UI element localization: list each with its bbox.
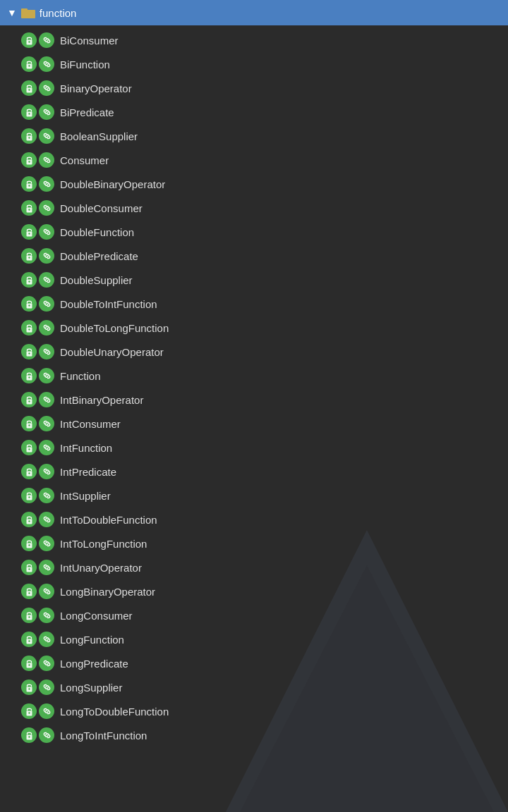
lock-icon: [21, 104, 37, 120]
lock-icon: [21, 512, 37, 527]
lock-icon: [21, 248, 37, 264]
link-icon: [39, 584, 54, 599]
svg-point-15: [28, 185, 30, 186]
lock-icon: [21, 200, 37, 216]
lock-icon: [21, 392, 37, 407]
list-item[interactable]: LongToDoubleFunction: [0, 699, 508, 723]
icon-group: [21, 344, 54, 359]
icon-group: [21, 679, 54, 695]
link-icon: [39, 560, 54, 575]
item-label: IntFunction: [60, 442, 112, 454]
icon-group: [21, 152, 54, 168]
list-item[interactable]: DoubleToLongFunction: [0, 316, 508, 340]
link-icon: [39, 488, 54, 503]
svg-point-61: [28, 736, 30, 737]
link-icon: [39, 440, 54, 455]
item-label: LongToIntFunction: [60, 730, 147, 742]
icon-group: [21, 632, 54, 647]
icon-group: [21, 296, 54, 312]
lock-icon: [21, 368, 37, 383]
expand-arrow[interactable]: ▼: [7, 7, 17, 18]
list-item[interactable]: IntToDoubleFunction: [0, 508, 508, 531]
svg-point-49: [28, 592, 30, 593]
link-icon: [39, 152, 54, 168]
list-item[interactable]: DoubleUnaryOperator: [0, 340, 508, 364]
lock-icon: [21, 703, 37, 719]
list-item[interactable]: LongConsumer: [0, 603, 508, 627]
icon-group: [21, 392, 54, 407]
icon-group: [21, 488, 54, 503]
list-item[interactable]: DoubleFunction: [0, 220, 508, 244]
icon-group: [21, 200, 54, 216]
list-item[interactable]: BiPredicate: [0, 100, 508, 124]
item-label: IntSupplier: [60, 490, 111, 502]
lock-icon: [21, 679, 37, 695]
svg-point-35: [28, 424, 30, 426]
list-item[interactable]: LongToIntFunction: [0, 723, 508, 747]
item-label: DoubleSupplier: [60, 274, 133, 286]
icon-group: [21, 584, 54, 599]
list-item[interactable]: IntSupplier: [0, 484, 508, 508]
icon-group: [21, 656, 54, 671]
svg-point-5: [28, 65, 30, 66]
list-item[interactable]: BiFunction: [0, 52, 508, 76]
lock-icon: [21, 32, 37, 48]
folder-icon: [21, 7, 35, 18]
list-item[interactable]: BooleanSupplier: [0, 124, 508, 148]
list-item[interactable]: DoubleBinaryOperator: [0, 172, 508, 196]
list-item[interactable]: DoubleConsumer: [0, 196, 508, 220]
list-item[interactable]: LongFunction: [0, 627, 508, 651]
item-label: IntToDoubleFunction: [60, 514, 157, 526]
item-label: DoubleConsumer: [60, 202, 143, 214]
lock-icon: [21, 632, 37, 647]
lock-icon: [21, 152, 37, 168]
link-icon: [39, 272, 54, 288]
link-icon: [39, 392, 54, 407]
link-icon: [39, 536, 54, 551]
lock-icon: [21, 56, 37, 72]
list-item[interactable]: Function: [0, 364, 508, 388]
list-item[interactable]: BiConsumer: [0, 28, 508, 52]
svg-point-53: [28, 640, 30, 641]
icon-group: [21, 536, 54, 551]
svg-point-47: [28, 568, 30, 570]
list-item[interactable]: IntBinaryOperator: [0, 388, 508, 412]
link-icon: [39, 679, 54, 695]
item-label: IntToLongFunction: [60, 538, 147, 550]
icon-group: [21, 248, 54, 264]
svg-point-19: [28, 233, 30, 234]
link-icon: [39, 200, 54, 216]
link-icon: [39, 368, 54, 383]
list-item[interactable]: DoublePredicate: [0, 244, 508, 268]
svg-point-41: [28, 496, 30, 498]
icon-group: [21, 416, 54, 431]
lock-icon: [21, 727, 37, 743]
lock-icon: [21, 128, 37, 144]
lock-icon: [21, 344, 37, 359]
item-label: DoubleToLongFunction: [60, 322, 169, 334]
item-label: BiPredicate: [60, 106, 114, 118]
header-title: function: [40, 7, 77, 19]
list-item[interactable]: DoubleSupplier: [0, 268, 508, 292]
list-item[interactable]: LongBinaryOperator: [0, 579, 508, 603]
list-item[interactable]: IntFunction: [0, 436, 508, 460]
link-icon: [39, 128, 54, 144]
link-icon: [39, 224, 54, 240]
list-item[interactable]: Consumer: [0, 148, 508, 172]
item-label: IntConsumer: [60, 418, 121, 430]
link-icon: [39, 632, 54, 647]
item-label: LongFunction: [60, 634, 124, 646]
icon-group: [21, 320, 54, 336]
svg-point-21: [28, 257, 30, 258]
list-item[interactable]: IntUnaryOperator: [0, 555, 508, 579]
item-label: BiFunction: [60, 59, 110, 70]
item-label: IntBinaryOperator: [60, 394, 143, 406]
icon-group: [21, 703, 54, 719]
list-item[interactable]: IntPredicate: [0, 460, 508, 484]
list-item[interactable]: IntConsumer: [0, 412, 508, 436]
list-item[interactable]: IntToLongFunction: [0, 531, 508, 555]
list-item[interactable]: LongSupplier: [0, 675, 508, 699]
list-item[interactable]: BinaryOperator: [0, 76, 508, 100]
list-item[interactable]: DoubleToIntFunction: [0, 292, 508, 316]
list-item[interactable]: LongPredicate: [0, 651, 508, 675]
